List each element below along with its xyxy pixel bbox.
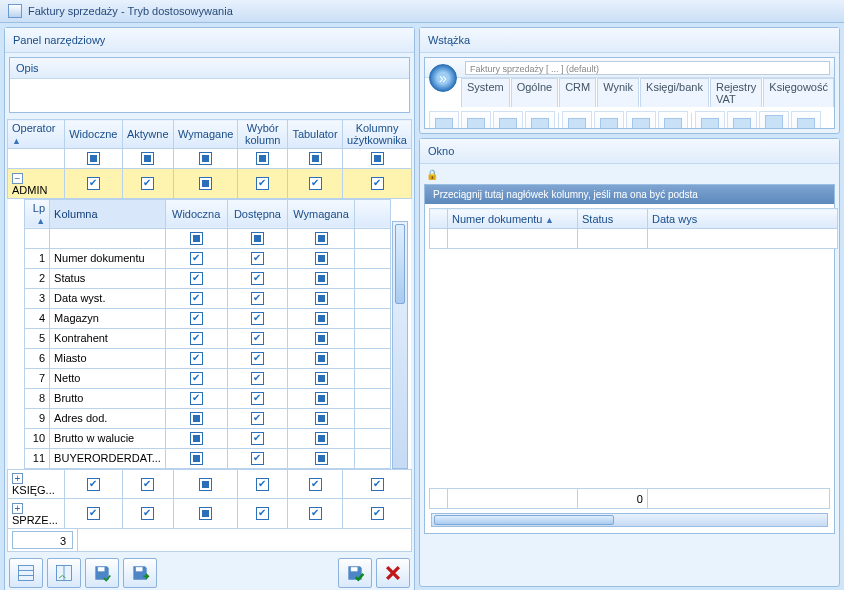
col-wyborkol[interactable]: Wybór kolumn [238,120,287,149]
preview-grid[interactable]: Numer dokumentu Status Data wys [429,208,838,249]
window-title: Faktury sprzedaży - Tryb dostosowywania [28,5,233,17]
svg-rect-6 [136,567,143,571]
address-bar[interactable]: Faktury sprzedaży [ ... ] (default) [465,61,830,75]
subgrid-row[interactable]: 6Miasto [24,348,391,368]
checkbox[interactable] [309,177,322,190]
okno-h-scrollbar[interactable] [431,513,828,527]
filter-row[interactable] [8,149,412,169]
sub-col-lp[interactable]: Lp [24,199,50,228]
ribbon-button[interactable]: Podaj bank [759,111,789,129]
subgrid-row[interactable]: 4Magazyn [24,308,391,328]
sub-col-blank[interactable] [354,199,391,228]
subgrid-row[interactable]: 11BUYERORDERDAT... [24,448,391,468]
preview-count: 0 [637,493,643,505]
scrollbar-thumb[interactable] [434,515,614,525]
ribbon-tab[interactable]: Księgi/bank [640,78,709,107]
col-operator[interactable]: Operator [8,120,65,149]
workspace: Panel narzędziowy Opis Operator Widoczne… [0,23,844,590]
left-footer [5,554,414,590]
window-titlebar: Faktury sprzedaży - Tryb dostosowywania [0,0,844,23]
ribbon-button[interactable]: Podgląd [493,111,523,129]
wstazka-title: Wstążka [420,28,839,53]
checkbox[interactable] [87,177,100,190]
svg-rect-7 [351,567,358,571]
ribbon-tab[interactable]: System [461,78,510,107]
expand-icon[interactable]: + [12,503,23,514]
ribbon-tab[interactable]: Wynik [597,78,639,107]
preview-rowhdr[interactable] [429,209,447,229]
ribbon-button[interactable]: Wyślij [525,111,555,129]
lock-icon: 🔒 [424,167,440,182]
sub-col-dostepna[interactable]: Dostępna [227,199,288,228]
subgrid-row[interactable]: 8Brutto [24,388,391,408]
okno-panel: Okno 🔒 Przeciągnij tutaj nagłówek kolumn… [419,138,840,587]
sub-col-kolumna[interactable]: Kolumna [50,199,166,228]
btn-confirm[interactable] [338,558,372,588]
subgrid-row[interactable]: 3Data wyst. [24,288,391,308]
btn-save-1[interactable] [85,558,119,588]
btn-save-2[interactable] [123,558,157,588]
ribbon-button[interactable]: K [791,111,821,129]
col-tabulator[interactable]: Tabulator [287,120,342,149]
checkbox[interactable] [256,177,269,190]
btn-layout-1[interactable] [9,558,43,588]
row-sprze[interactable]: +SPRZE... [8,499,412,529]
ribbon-button[interactable]: Innyki [626,111,656,129]
ribbon-tab[interactable]: Rejestry VAT [710,78,762,107]
ribbon-buttons[interactable]: GazpruWydrukPodglądWyślijSMSAnalizyInnyk… [425,107,834,129]
ribbon-button[interactable]: Gazpru [429,111,459,129]
okno-title: Okno [420,139,839,164]
col-aktywne[interactable]: Aktywne [122,120,173,149]
ribbon-button[interactable]: Analizy [594,111,624,129]
preview-col-3[interactable]: Data wys [647,209,837,229]
btn-layout-2[interactable] [47,558,81,588]
group-bar[interactable]: Przeciągnij tutaj nagłówek kolumny, jeśl… [425,185,834,204]
expand-icon[interactable]: + [12,473,23,484]
svg-rect-0 [19,565,34,580]
btn-close[interactable] [376,558,410,588]
sub-col-wymagana[interactable]: Wymagana [288,199,354,228]
subgrid-row[interactable]: 1Numer dokumentu [24,248,391,268]
ribbon-tab[interactable]: Ogólne [511,78,558,107]
right-pane: Wstążka Faktury sprzedaży [ ... ] (defau… [419,27,840,587]
ribbon-button[interactable]: Rozliczenia [727,111,757,129]
svg-rect-5 [98,567,105,571]
ribbon-button[interactable]: Dodawanie [695,111,725,129]
expand-icon[interactable]: − [12,173,23,184]
ribbon-tab[interactable]: Księgowość [763,78,834,107]
subgrid-scrollbar[interactable] [392,221,408,469]
ribbon-button[interactable]: Wydruk [461,111,491,129]
opis-box: Opis [9,57,410,113]
operator-grid[interactable]: Operator Widoczne Aktywne Wymagane Wybór… [7,119,412,529]
subgrid: Lp Kolumna Widoczna Dostępna Wymagana 1N… [24,199,408,469]
preview-col-2[interactable]: Status [577,209,647,229]
row-ksieg[interactable]: +KSIĘG... [8,469,412,499]
preview-filter-row[interactable] [429,229,837,249]
subgrid-row[interactable]: 9Adres dod. [24,408,391,428]
checkbox[interactable] [141,177,154,190]
left-panel-title: Panel narzędziowy [5,28,414,53]
checkbox[interactable] [199,177,212,190]
subgrid-row[interactable]: 5Kontrahent [24,328,391,348]
left-pane: Panel narzędziowy Opis Operator Widoczne… [4,27,415,587]
col-wymagane[interactable]: Wymagane [173,120,238,149]
ribbon-button[interactable]: Funkcje [658,111,688,129]
ribbon-tabs[interactable]: SystemOgólneCRMWynikKsięgi/bankRejestry … [461,78,834,107]
preview-col-1[interactable]: Numer dokumentu [447,209,577,229]
checkbox[interactable] [371,177,384,190]
app-icon [8,4,22,18]
columns-grid[interactable]: Lp Kolumna Widoczna Dostępna Wymagana 1N… [24,199,392,469]
col-kolumnyuz[interactable]: Kolumny użytkownika [343,120,412,149]
orb-icon[interactable] [429,64,457,92]
col-widoczne[interactable]: Widoczne [64,120,122,149]
sub-filter-row[interactable] [24,228,391,248]
sub-col-widoczna[interactable]: Widoczna [165,199,227,228]
row-admin[interactable]: −ADMIN [8,169,412,199]
scrollbar-thumb[interactable] [395,224,405,304]
ribbon-tab[interactable]: CRM [559,78,596,107]
subgrid-row[interactable]: 7Netto [24,368,391,388]
ribbon-preview[interactable]: Faktury sprzedaży [ ... ] (default) Syst… [424,57,835,129]
subgrid-row[interactable]: 10Brutto w walucie [24,428,391,448]
subgrid-row[interactable]: 2Status [24,268,391,288]
ribbon-button[interactable]: SMS [562,111,592,129]
